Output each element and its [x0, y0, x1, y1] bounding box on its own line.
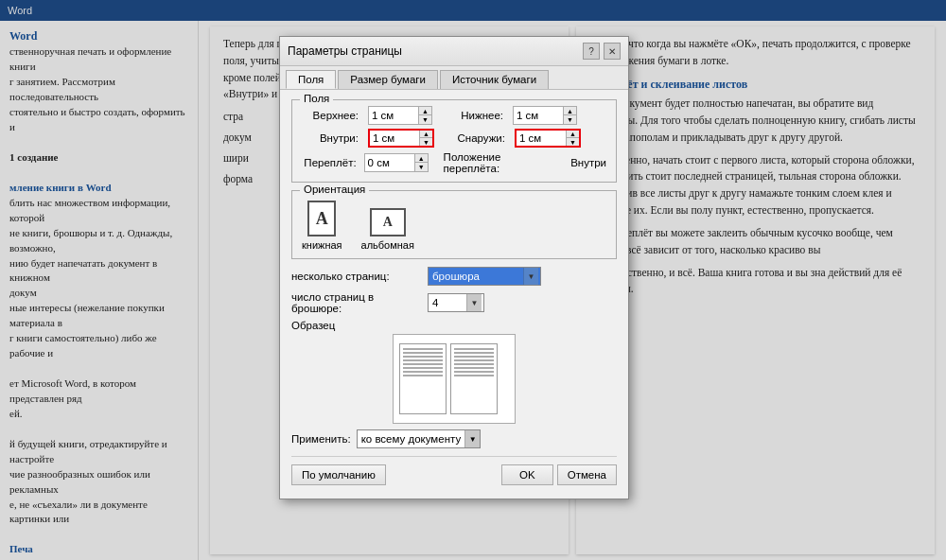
- brochure-count-select[interactable]: 4 ▼: [428, 293, 484, 312]
- inside-spin-down[interactable]: ▼: [419, 138, 432, 146]
- portrait-option[interactable]: A книжная: [302, 201, 342, 251]
- bottom-spin-down[interactable]: ▼: [563, 115, 576, 124]
- dialog-tabs: Поля Размер бумаги Источник бумаги: [280, 66, 628, 90]
- top-field-spin[interactable]: ▲ ▼: [418, 107, 431, 124]
- inside-spin-up[interactable]: ▲: [419, 131, 432, 138]
- pereplot-spin-up[interactable]: ▲: [414, 154, 428, 163]
- bottom-field-spin[interactable]: ▲ ▼: [563, 107, 576, 124]
- dialog-titlebar: Параметры страницы ? ✕: [280, 37, 628, 66]
- orientation-group: Ориентация A книжная A альбомная: [291, 190, 617, 259]
- pages-select-arrow[interactable]: ▼: [523, 268, 538, 285]
- pages-select-text: брошюра: [430, 271, 523, 282]
- pages-select[interactable]: брошюра ▼: [428, 267, 541, 286]
- page-setup-dialog: Параметры страницы ? ✕ Поля Размер бумаг…: [279, 36, 629, 499]
- cancel-button[interactable]: Отмена: [557, 464, 617, 485]
- apply-select[interactable]: ко всему документу ▼: [357, 429, 482, 448]
- preview-area: Образец: [291, 320, 617, 424]
- outside-field-spin[interactable]: ▲ ▼: [566, 131, 579, 146]
- default-button[interactable]: По умолчанию: [291, 464, 386, 485]
- dialog-question-btn[interactable]: ?: [583, 43, 600, 60]
- landscape-option[interactable]: A альбомная: [361, 208, 414, 251]
- pereplot-row: Переплёт: ▲ ▼ Положение переплёта: Внутр…: [302, 151, 606, 174]
- portrait-label: книжная: [302, 239, 342, 251]
- orientation-legend: Ориентация: [300, 184, 369, 195]
- outside-spin-up[interactable]: ▲: [566, 131, 579, 138]
- outside-field-label: Снаружи:: [453, 132, 505, 144]
- outside-field-input[interactable]: [517, 131, 566, 146]
- fields-row-1: Верхнее: ▲ ▼ Нижнее: ▲ ▼: [302, 106, 606, 125]
- dialog-btns-right: OK Отмена: [501, 464, 617, 485]
- apply-row: Применить: ко всему документу ▼: [291, 429, 617, 448]
- ok-button[interactable]: OK: [501, 464, 553, 485]
- pereplot-input[interactable]: [365, 154, 414, 171]
- tab-paper-size[interactable]: Размер бумаги: [338, 70, 438, 89]
- fields-group: Поля Верхнее: ▲ ▼ Нижнее:: [291, 99, 617, 183]
- inside-field-label: Внутри:: [302, 132, 359, 144]
- landscape-label: альбомная: [361, 239, 414, 251]
- fields-row-2: Внутри: ▲ ▼ Снаружи: ▲ ▼: [302, 129, 606, 148]
- outside-spin-down[interactable]: ▼: [566, 138, 579, 146]
- pereplot-input-wrapper[interactable]: ▲ ▼: [364, 153, 429, 172]
- top-spin-up[interactable]: ▲: [418, 107, 431, 115]
- top-field-label: Верхнее:: [302, 110, 359, 121]
- pereplot-pos-value: Внутри: [570, 157, 606, 168]
- pages-row-2: число страниц в брошюре: 4 ▼: [291, 291, 617, 314]
- dialog-close-btn[interactable]: ✕: [604, 43, 621, 60]
- bottom-field-input[interactable]: [514, 107, 563, 124]
- tab-polia[interactable]: Поля: [286, 70, 336, 89]
- pereplot-label: Переплёт:: [302, 157, 357, 168]
- top-field-input[interactable]: [369, 107, 418, 124]
- portrait-icon: A: [307, 201, 336, 236]
- inside-field-input-wrapper[interactable]: ▲ ▼: [368, 129, 434, 148]
- orientation-options: A книжная A альбомная: [302, 197, 606, 251]
- dialog-buttons: По умолчанию OK Отмена: [291, 456, 617, 489]
- bottom-field-input-wrapper[interactable]: ▲ ▼: [513, 106, 577, 125]
- inside-field-input[interactable]: [370, 131, 419, 146]
- fields-legend: Поля: [300, 93, 333, 104]
- dialog-title: Параметры страницы: [288, 44, 402, 58]
- brochure-count-text: 4: [430, 297, 466, 308]
- apply-label: Применить:: [291, 433, 351, 445]
- inside-field-spin[interactable]: ▲ ▼: [419, 131, 432, 146]
- bottom-field-label: Нижнее:: [451, 110, 503, 121]
- landscape-icon: A: [370, 208, 406, 236]
- bottom-spin-up[interactable]: ▲: [563, 107, 576, 115]
- dialog-body: Поля Верхнее: ▲ ▼ Нижнее:: [280, 90, 628, 499]
- pereplot-pos-label: Положение переплёта:: [444, 151, 556, 174]
- dialog-title-controls: ? ✕: [583, 43, 621, 60]
- outside-field-input-wrapper[interactable]: ▲ ▼: [515, 129, 581, 148]
- pages-section: несколько страниц: брошюра ▼ число стран…: [291, 267, 617, 314]
- tab-paper-source[interactable]: Источник бумаги: [440, 70, 549, 89]
- top-spin-down[interactable]: ▼: [418, 115, 431, 124]
- pereplot-spin-down[interactable]: ▼: [414, 163, 428, 171]
- pereplot-spin[interactable]: ▲ ▼: [414, 154, 428, 171]
- top-field-input-wrapper[interactable]: ▲ ▼: [368, 106, 432, 125]
- brochure-count-label: число страниц в брошюре:: [291, 291, 424, 314]
- dialog-overlay: Параметры страницы ? ✕ Поля Размер бумаг…: [0, 0, 946, 560]
- apply-select-text: ко всему документу: [358, 433, 465, 445]
- brochure-count-arrow[interactable]: ▼: [466, 294, 482, 311]
- preview-box: [393, 334, 516, 424]
- preview-label: Образец: [291, 320, 617, 331]
- pages-count-label: несколько страниц:: [291, 271, 424, 282]
- apply-select-arrow[interactable]: ▼: [464, 430, 480, 447]
- pages-row-1: несколько страниц: брошюра ▼: [291, 267, 617, 286]
